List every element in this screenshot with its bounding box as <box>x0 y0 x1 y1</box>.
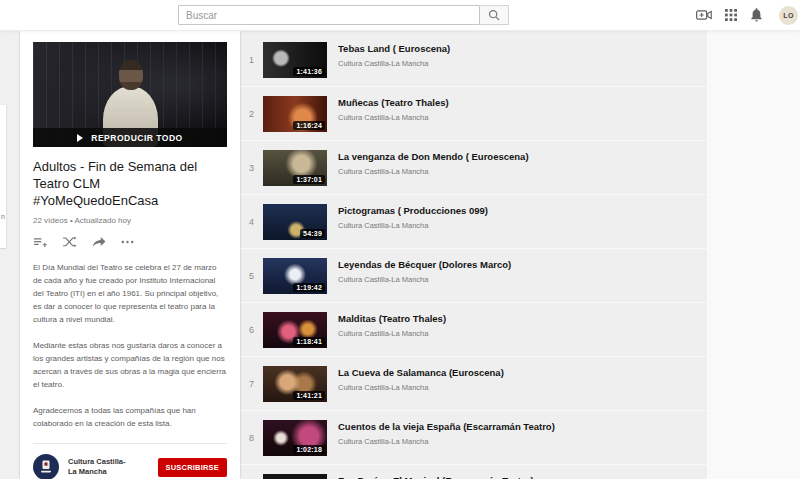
video-index: 6 <box>240 325 263 335</box>
channel-name-link[interactable]: Cultura Castilla-La Mancha <box>68 457 132 477</box>
more-options-icon[interactable] <box>121 240 134 244</box>
video-title-link[interactable]: Malditas (Teatro Thales) <box>338 313 446 324</box>
top-navigation-bar: LO <box>0 0 800 31</box>
video-thumbnail[interactable]: 1:16:24 <box>263 96 327 132</box>
playlist-video-row[interactable]: 5 1:19:42 Leyendas de Bécquer (Dolores M… <box>240 249 707 303</box>
playlist-video-row[interactable]: 3 1:37:01 La venganza de Don Mendo ( Eur… <box>240 141 707 195</box>
video-title-link[interactable]: Leyendas de Bécquer (Dolores Marco) <box>338 259 511 270</box>
video-index: 8 <box>240 433 263 443</box>
video-thumbnail[interactable]: 1:19:42 <box>263 258 327 294</box>
topbar-actions: LO <box>696 0 798 30</box>
video-text: Pictogramas ( Producciones 099) Cultura … <box>338 205 488 230</box>
search-button[interactable] <box>480 5 509 25</box>
video-channel-link[interactable]: Cultura Castilla-La Mancha <box>338 167 529 176</box>
playlist-sidebar: REPRODUCIR TODO Adultos - Fin de Semana … <box>20 30 240 479</box>
sidebar-divider <box>33 443 227 444</box>
partial-text: n <box>1 213 5 220</box>
create-video-icon[interactable] <box>696 9 712 21</box>
video-channel-link[interactable]: Cultura Castilla-La Mancha <box>338 221 488 230</box>
user-avatar[interactable]: LO <box>779 6 798 25</box>
playlist-description: El Día Mundial del Teatro se celebra el … <box>33 261 227 430</box>
video-index: 3 <box>240 163 263 173</box>
playlist-video-row[interactable]: 2 1:16:24 Muñecas (Teatro Thales) Cultur… <box>240 87 707 141</box>
video-title-link[interactable]: Muñecas (Teatro Thales) <box>338 97 449 108</box>
video-channel-link[interactable]: Cultura Castilla-La Mancha <box>338 275 511 284</box>
video-thumbnail[interactable]: 1:18:41 <box>263 312 327 348</box>
playlist-actions <box>33 236 227 248</box>
video-text: Eva Perón - El Musical (Escarramán Teatr… <box>338 475 534 479</box>
video-text: Muñecas (Teatro Thales) Cultura Castilla… <box>338 97 449 122</box>
play-all-button[interactable]: REPRODUCIR TODO <box>33 128 227 147</box>
video-duration-badge: 1:41:21 <box>293 391 325 400</box>
video-thumbnail[interactable] <box>263 474 327 479</box>
video-channel-link[interactable]: Cultura Castilla-La Mancha <box>338 113 449 122</box>
playlist-video-row[interactable]: 4 54:39 Pictogramas ( Producciones 099) … <box>240 195 707 249</box>
video-title-link[interactable]: Eva Perón - El Musical (Escarramán Teatr… <box>338 475 534 479</box>
play-all-label: REPRODUCIR TODO <box>91 133 182 143</box>
video-index: 2 <box>240 109 263 119</box>
video-thumbnail[interactable]: 1:41:21 <box>263 366 327 402</box>
playlist-title: Adultos - Fin de Semana del Teatro CLM #… <box>33 158 227 209</box>
video-duration-badge: 1:19:42 <box>293 283 325 292</box>
video-index: 4 <box>240 217 263 227</box>
channel-row: Cultura Castilla-La Mancha SUSCRIBIRSE <box>33 454 227 479</box>
apps-grid-icon[interactable] <box>725 9 737 21</box>
video-channel-link[interactable]: Cultura Castilla-La Mancha <box>338 59 450 68</box>
video-thumbnail[interactable]: 1:02:18 <box>263 420 327 456</box>
video-channel-link[interactable]: Cultura Castilla-La Mancha <box>338 383 504 392</box>
video-thumbnail[interactable]: 54:39 <box>263 204 327 240</box>
video-duration-badge: 1:18:41 <box>293 337 325 346</box>
video-title-link[interactable]: Tebas Land ( Euroscena) <box>338 43 450 54</box>
description-paragraph: Mediante estas obras nos gustaría daros … <box>33 339 227 391</box>
video-duration-badge: 1:16:24 <box>293 121 325 130</box>
video-thumbnail[interactable]: 1:37:01 <box>263 150 327 186</box>
playlist-video-row[interactable]: 7 1:41:21 La Cueva de Salamanca (Eurosce… <box>240 357 707 411</box>
playlist-video-row[interactable]: 6 1:18:41 Malditas (Teatro Thales) Cultu… <box>240 303 707 357</box>
video-title-link[interactable]: Cuentos de la vieja España (Escarramán T… <box>338 421 555 432</box>
channel-avatar[interactable] <box>33 454 59 479</box>
video-duration-badge: 54:39 <box>300 229 325 238</box>
video-title-link[interactable]: La venganza de Don Mendo ( Euroescena) <box>338 151 529 162</box>
video-duration-badge: 1:37:01 <box>293 175 325 184</box>
video-index: 1 <box>240 55 263 65</box>
video-text: La venganza de Don Mendo ( Euroescena) C… <box>338 151 529 176</box>
playlist-video-row[interactable]: 9 Eva Perón - El Musical (Escarramán Tea… <box>240 465 707 479</box>
share-icon[interactable] <box>92 236 106 248</box>
video-text: La Cueva de Salamanca (Euroscena) Cultur… <box>338 367 504 392</box>
video-title-link[interactable]: Pictogramas ( Producciones 099) <box>338 205 488 216</box>
subscribe-button[interactable]: SUSCRIBIRSE <box>158 458 227 477</box>
video-text: Malditas (Teatro Thales) Cultura Castill… <box>338 313 446 338</box>
video-thumbnail[interactable]: 1:41:36 <box>263 42 327 78</box>
video-text: Cuentos de la vieja España (Escarramán T… <box>338 421 555 446</box>
playlist-video-list: 1 1:41:36 Tebas Land ( Euroscena) Cultur… <box>240 30 707 479</box>
description-paragraph: El Día Mundial del Teatro se celebra el … <box>33 261 227 326</box>
add-to-queue-icon[interactable] <box>33 237 47 248</box>
page-left-gutter <box>0 30 20 479</box>
search-icon <box>488 9 500 21</box>
shuffle-icon[interactable] <box>62 236 77 248</box>
search-bar <box>178 5 509 25</box>
video-channel-link[interactable]: Cultura Castilla-La Mancha <box>338 329 446 338</box>
video-title-link[interactable]: La Cueva de Salamanca (Euroscena) <box>338 367 504 378</box>
playlist-thumbnail[interactable]: REPRODUCIR TODO <box>33 42 227 147</box>
video-channel-link[interactable]: Cultura Castilla-La Mancha <box>338 437 555 446</box>
playlist-video-row[interactable]: 8 1:02:18 Cuentos de la vieja España (Es… <box>240 411 707 465</box>
video-duration-badge: 1:02:18 <box>293 445 325 454</box>
search-input[interactable] <box>178 5 480 25</box>
thumbnail-figure-head <box>119 60 143 90</box>
play-icon <box>77 134 83 142</box>
video-text: Leyendas de Bécquer (Dolores Marco) Cult… <box>338 259 511 284</box>
description-paragraph: Agradecemos a todas las compañías que ha… <box>33 404 227 430</box>
notifications-bell-icon[interactable] <box>750 8 763 22</box>
video-index: 5 <box>240 271 263 281</box>
left-edge-partial-panel: n <box>0 105 6 249</box>
playlist-meta: 22 vídeos • Actualizado hoy <box>33 216 227 225</box>
video-index: 7 <box>240 379 263 389</box>
video-text: Tebas Land ( Euroscena) Cultura Castilla… <box>338 43 450 68</box>
video-duration-badge: 1:41:36 <box>293 67 325 76</box>
playlist-video-row[interactable]: 1 1:41:36 Tebas Land ( Euroscena) Cultur… <box>240 33 707 87</box>
